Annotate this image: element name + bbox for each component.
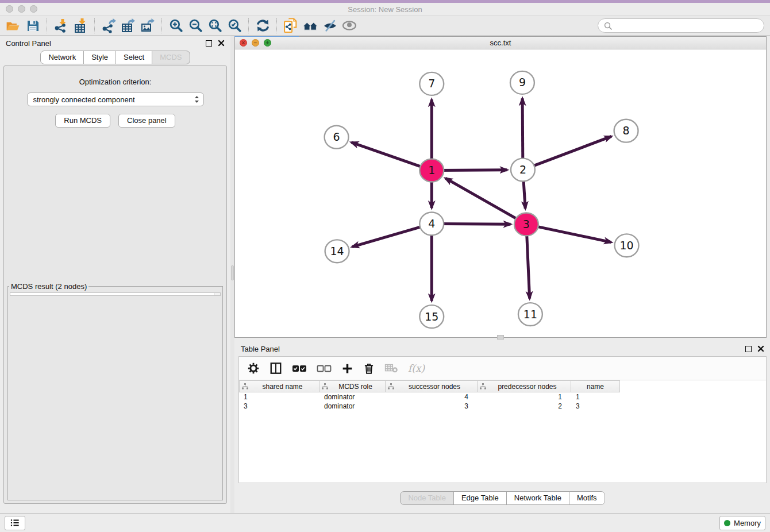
svg-text:7: 7 — [428, 77, 435, 90]
table-cell[interactable]: 3 — [571, 402, 620, 410]
table-cell[interactable]: dominator — [319, 402, 386, 410]
graph-node-3[interactable]: 3 — [514, 213, 538, 236]
graph-node-7[interactable]: 7 — [419, 72, 444, 95]
memory-button[interactable]: Memory — [719, 516, 765, 530]
close-panel-button[interactable]: Close panel — [118, 114, 175, 128]
delete-column-icon[interactable] — [363, 362, 375, 375]
table-cell[interactable]: dominator — [319, 393, 386, 401]
graph-node-2[interactable]: 2 — [511, 159, 535, 182]
unselect-all-columns-icon[interactable] — [317, 364, 332, 373]
network-minimize-button[interactable]: − — [252, 39, 259, 47]
tab-node-table[interactable]: Node Table — [400, 491, 454, 505]
column-header-mcds-role[interactable]: MCDS role — [319, 380, 386, 392]
import-network-icon[interactable] — [51, 17, 71, 34]
close-panel-icon[interactable] — [757, 345, 764, 352]
toolbar-separator — [276, 18, 277, 33]
column-tree-icon — [322, 383, 328, 390]
graph-node-8[interactable]: 8 — [614, 119, 638, 142]
svg-text:11: 11 — [523, 308, 537, 321]
table-toolbar: f(x) — [239, 357, 766, 380]
table-cell[interactable]: 3 — [386, 402, 478, 410]
zoom-selected-icon[interactable] — [225, 17, 244, 34]
mcds-result-text[interactable]: 13 — [10, 292, 221, 296]
graph-node-1[interactable]: 1 — [419, 159, 444, 182]
graph-edge-3-1[interactable] — [445, 178, 526, 224]
svg-text:10: 10 — [619, 239, 633, 252]
table-cell[interactable]: 1 — [478, 393, 571, 401]
zoom-fit-icon[interactable] — [205, 17, 225, 34]
dropdown-stepper-icon — [194, 95, 200, 104]
tab-select[interactable]: Select — [116, 51, 152, 64]
graph-node-4[interactable]: 4 — [419, 212, 444, 235]
column-header-predecessor-nodes[interactable]: predecessor nodes — [478, 380, 571, 392]
graph-node-6[interactable]: 6 — [325, 126, 349, 149]
network-graph[interactable]: 7968124314101511 — [235, 49, 766, 337]
toggle-panel-icon[interactable] — [270, 362, 282, 375]
task-history-button[interactable] — [5, 516, 25, 530]
mcds-result-line: 1 — [14, 294, 217, 296]
run-mcds-button[interactable]: Run MCDS — [55, 114, 110, 128]
show-all-icon[interactable] — [340, 17, 359, 34]
zoom-out-icon[interactable] — [186, 17, 205, 34]
float-panel-icon[interactable] — [745, 346, 752, 352]
first-neighbors-icon[interactable] — [301, 17, 320, 34]
export-table-icon[interactable] — [118, 17, 138, 34]
zoom-in-icon[interactable] — [166, 17, 186, 34]
table-cell[interactable]: 1 — [239, 393, 319, 401]
table-row[interactable]: 3dominator323 — [239, 402, 766, 411]
hide-selected-icon[interactable] — [320, 17, 340, 34]
add-column-icon[interactable] — [341, 363, 353, 375]
table-cell[interactable]: 3 — [239, 402, 319, 410]
table-row[interactable]: 1dominator411 — [239, 392, 766, 402]
graph-node-9[interactable]: 9 — [510, 71, 534, 94]
global-search — [598, 18, 764, 33]
save-icon[interactable] — [23, 17, 43, 34]
main-toolbar — [0, 16, 770, 36]
table-cell[interactable]: 2 — [478, 402, 571, 410]
search-input[interactable] — [615, 21, 758, 30]
import-table-icon[interactable] — [71, 17, 90, 34]
splitter-handle[interactable] — [231, 265, 234, 280]
tab-mcds[interactable]: MCDS — [152, 51, 190, 64]
column-header-name[interactable]: name — [571, 380, 620, 392]
graph-node-11[interactable]: 11 — [518, 303, 542, 326]
graph-edge-2-8[interactable] — [523, 136, 611, 169]
tab-edge-table[interactable]: Edge Table — [453, 491, 507, 505]
export-image-icon[interactable] — [138, 17, 157, 34]
select-all-columns-icon[interactable] — [292, 364, 307, 373]
tab-network-table[interactable]: Network Table — [506, 491, 569, 505]
column-header-shared-name[interactable]: shared name — [239, 380, 319, 392]
graph-edge-1-6[interactable] — [351, 142, 432, 171]
criterion-dropdown[interactable]: strongly connected component — [27, 92, 204, 106]
network-canvas[interactable]: 7968124314101511 — [235, 49, 766, 337]
table-cell[interactable]: 4 — [386, 393, 478, 401]
table-cell[interactable]: 1 — [571, 393, 620, 401]
tab-motifs[interactable]: Motifs — [569, 491, 605, 505]
export-network-icon[interactable] — [99, 17, 118, 34]
node-table[interactable]: shared nameMCDS rolesuccessor nodesprede… — [239, 380, 766, 483]
table-panel: Table Panel — [234, 338, 770, 513]
refresh-icon[interactable] — [253, 17, 272, 34]
table-panel-title: Table Panel — [241, 345, 280, 353]
tab-style[interactable]: Style — [83, 51, 116, 64]
close-panel-icon[interactable] — [218, 40, 225, 47]
toolbar-separator — [94, 18, 95, 33]
svg-text:3: 3 — [523, 218, 530, 230]
open-folder-icon[interactable] — [3, 17, 23, 34]
float-panel-icon[interactable] — [206, 40, 212, 47]
graph-node-15[interactable]: 15 — [419, 305, 444, 328]
table-options-gear-icon[interactable] — [247, 362, 260, 375]
new-network-from-selection-icon[interactable] — [281, 17, 301, 34]
tab-network[interactable]: Network — [40, 51, 84, 64]
graph-edge-3-10[interactable] — [526, 224, 611, 242]
graph-node-14[interactable]: 14 — [325, 240, 349, 263]
vertical-splitter[interactable] — [230, 36, 234, 513]
network-maximize-button[interactable]: + — [264, 39, 271, 47]
canvas-resize-handle[interactable] — [497, 335, 504, 340]
window-titlebar: Session: New Session — [0, 0, 770, 16]
column-header-successor-nodes[interactable]: successor nodes — [386, 380, 478, 392]
network-window-titlebar[interactable]: × − + scc.txt — [235, 37, 766, 49]
network-close-button[interactable]: × — [240, 39, 247, 47]
graph-node-10[interactable]: 10 — [615, 234, 639, 257]
svg-text:15: 15 — [425, 310, 438, 323]
